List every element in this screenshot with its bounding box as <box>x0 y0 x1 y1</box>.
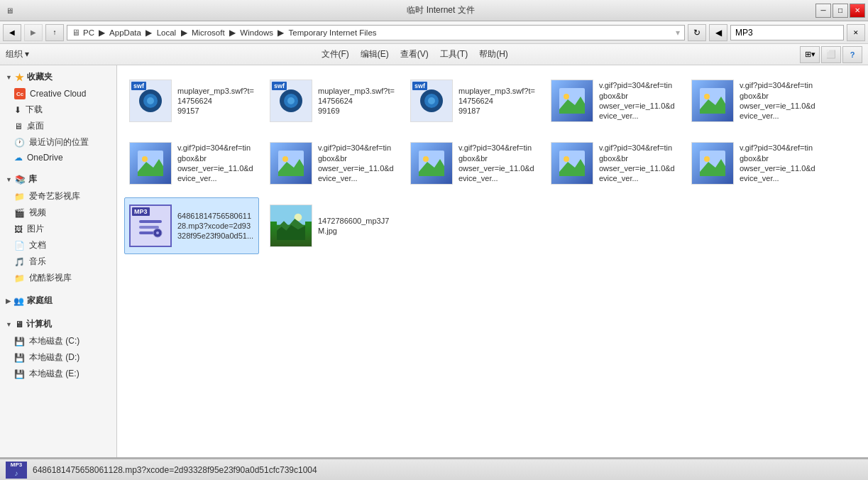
desktop-icon: 🖥 <box>14 121 23 131</box>
landscape-icon <box>277 212 305 240</box>
iqiyi-icon: 📁 <box>14 192 25 202</box>
sidebar-item-images[interactable]: 🖼 图片 <box>0 221 116 237</box>
img-icon <box>698 149 727 178</box>
sidebar-homegroup-header[interactable]: ▶ 👥 家庭组 <box>0 292 116 310</box>
sidebar-item-label: Creative Cloud <box>30 89 86 99</box>
star-icon: ★ <box>15 72 24 83</box>
forward-button[interactable]: ▶ <box>24 24 43 41</box>
favorites-label: 收藏夹 <box>27 71 53 83</box>
address-bar: ◀ ▶ ↑ 🖥 PC ▶ AppData ▶ Local ▶ Microsoft… <box>0 21 868 44</box>
sidebar-item-download[interactable]: ⬇ 下载 <box>0 102 116 118</box>
sidebar-item-creative-cloud[interactable]: Cc Creative Cloud <box>0 86 116 102</box>
file-item-jpg[interactable]: 1472786600_mp3J7M.jpg <box>265 197 400 254</box>
menu-edit[interactable]: 编辑(E) <box>361 48 389 60</box>
sidebar-favorites-header[interactable]: ▼ ★ 收藏夹 <box>0 68 116 86</box>
file-name-gif5: v.gif?pid=304&ref=tingbox&browser_ver=ie… <box>458 143 535 183</box>
minimize-button[interactable]: ─ <box>815 4 831 18</box>
file-item-gif5[interactable]: v.gif?pid=304&ref=tingbox&browser_ver=ie… <box>405 135 540 192</box>
sidebar-item-drive-d[interactable]: 💾 本地磁盘 (D:) <box>0 349 116 366</box>
img-icon <box>558 87 586 115</box>
menu-tools[interactable]: 工具(T) <box>440 48 468 60</box>
recent-icon: 🕐 <box>14 138 25 148</box>
img-icon <box>417 149 446 178</box>
file-name-gif3: v.gif?pid=304&ref=tingbox&browser_ver=ie… <box>177 143 254 183</box>
svg-point-28 <box>704 156 710 162</box>
drive-d-icon: 💾 <box>14 353 25 363</box>
sidebar-item-youku[interactable]: 📁 优酷影视库 <box>0 270 116 286</box>
sidebar-item-drive-c[interactable]: 💾 本地磁盘 (C:) <box>0 333 116 349</box>
sidebar-item-video[interactable]: 🎬 视频 <box>0 204 116 221</box>
file-name-mp3: 6486181475658061128.mp3?xcode=2d93328f95… <box>177 211 254 241</box>
sidebar-item-label: 本地磁盘 (E:) <box>29 368 79 380</box>
homegroup-icon: 👥 <box>13 296 24 306</box>
file-item-swf3[interactable]: swf muplayer_mp3.swf?t=1475662499187 <box>405 72 540 129</box>
address-path[interactable]: 🖥 PC ▶ AppData ▶ Local ▶ Microsoft ▶ Win… <box>67 25 685 40</box>
sidebar-item-onedrive[interactable]: ☁ OneDrive <box>0 151 116 165</box>
file-item-swf2[interactable]: swf muplayer_mp3.swf?t=1475662499169 <box>265 72 400 129</box>
search-prev-button[interactable]: ◀ <box>709 24 727 41</box>
drive-c-icon: 💾 <box>14 337 25 347</box>
file-thumb-swf3: swf <box>410 80 453 122</box>
library-label: 库 <box>28 173 37 185</box>
file-item-gif2[interactable]: v.gif?pid=304&ref=tingbox&browser_ver=ie… <box>686 72 821 129</box>
change-view-button[interactable]: ⊞▾ <box>800 46 820 63</box>
preview-pane-button[interactable]: ⬜ <box>821 46 841 63</box>
library-arrow: ▼ <box>6 176 12 183</box>
toolbar-organize[interactable]: 组织 ▾ <box>6 48 29 60</box>
svg-point-16 <box>142 156 148 162</box>
file-thumb-mp3: MP3 <box>129 204 172 247</box>
cc-icon: Cc <box>14 88 26 99</box>
sidebar-item-recent[interactable]: 🕐 最近访问的位置 <box>0 134 116 151</box>
close-search-button[interactable]: ✕ <box>847 24 865 41</box>
sidebar-library-header[interactable]: ▼ 📚 库 <box>0 170 116 188</box>
images-icon: 🖼 <box>14 224 23 234</box>
swf-badge: swf <box>412 82 427 90</box>
svg-point-2 <box>147 97 154 104</box>
file-name-gif1: v.gif?pid=304&ref=tingbox&browser_ver=ie… <box>599 80 676 121</box>
sidebar-computer-header[interactable]: ▼ 🖥 计算机 <box>0 315 116 333</box>
sidebar-item-desktop[interactable]: 🖥 桌面 <box>0 118 116 134</box>
svg-point-13 <box>704 94 710 99</box>
up-button[interactable]: ↑ <box>45 24 64 41</box>
img-icon <box>136 149 165 178</box>
img-icon <box>558 149 586 178</box>
computer-label: 计算机 <box>26 318 52 330</box>
file-item-gif7[interactable]: v.gif?pid=304&ref=tingbox&browser_ver=ie… <box>686 135 821 192</box>
menu-view[interactable]: 查看(V) <box>400 48 429 60</box>
sidebar-divider-1 <box>0 165 116 170</box>
close-button[interactable]: ✕ <box>850 4 865 18</box>
sidebar-item-iqiyi[interactable]: 📁 爱奇艺影视库 <box>0 188 116 204</box>
file-name-gif7: v.gif?pid=304&ref=tingbox&browser_ver=ie… <box>740 143 816 183</box>
file-item-gif1[interactable]: v.gif?pid=304&ref=tingbox&browser_ver=ie… <box>546 72 681 129</box>
svg-point-10 <box>564 94 569 99</box>
search-input[interactable] <box>730 25 844 40</box>
img-icon <box>277 149 305 178</box>
back-button[interactable]: ◀ <box>3 24 21 41</box>
title-bar: 🖥 临时 Internet 文件 ─ □ ✕ <box>0 0 868 21</box>
file-item-gif6[interactable]: v.gif?pid=304&ref=tingbox&browser_ver=ie… <box>546 135 681 192</box>
sidebar-item-docs[interactable]: 📄 文档 <box>0 237 116 253</box>
file-thumb-swf2: swf <box>270 80 312 122</box>
status-music-note: ♪ <box>15 469 18 477</box>
sidebar-item-label: 图片 <box>27 223 44 235</box>
sidebar-item-drive-e[interactable]: 💾 本地磁盘 (E:) <box>0 366 116 382</box>
menu-help[interactable]: 帮助(H) <box>479 48 508 60</box>
file-item-mp3[interactable]: MP3 6486181475658061128.mp3?xcode=2d9332… <box>124 197 259 254</box>
help-button[interactable]: ? <box>842 46 862 63</box>
status-mp3-badge: MP3 <box>11 462 22 468</box>
refresh-button[interactable]: ↻ <box>688 24 706 41</box>
sidebar-item-music[interactable]: 🎵 音乐 <box>0 253 116 270</box>
menu-file[interactable]: 文件(F) <box>322 48 349 60</box>
file-name-swf2: muplayer_mp3.swf?t=1475662499169 <box>318 86 395 116</box>
onedrive-icon: ☁ <box>14 153 23 163</box>
sidebar-item-label: 桌面 <box>27 120 44 132</box>
maximize-button[interactable]: □ <box>833 4 848 18</box>
file-item-swf1[interactable]: swf muplayer_mp3.swf?t=1475662499157 <box>124 72 259 129</box>
sidebar-item-label: 文档 <box>29 239 46 251</box>
file-item-gif3[interactable]: v.gif?pid=304&ref=tingbox&browser_ver=ie… <box>124 135 259 192</box>
status-filename: 6486181475658061128.mp3?xcode=2d93328f95… <box>33 465 317 475</box>
file-name-gif4: v.gif?pid=304&ref=tingbox&browser_ver=ie… <box>318 143 395 183</box>
file-item-gif4[interactable]: v.gif?pid=304&ref=tingbox&browser_ver=ie… <box>265 135 400 192</box>
status-file-icon: MP3 ♪ <box>6 462 27 479</box>
sidebar-divider-2 <box>0 286 116 292</box>
